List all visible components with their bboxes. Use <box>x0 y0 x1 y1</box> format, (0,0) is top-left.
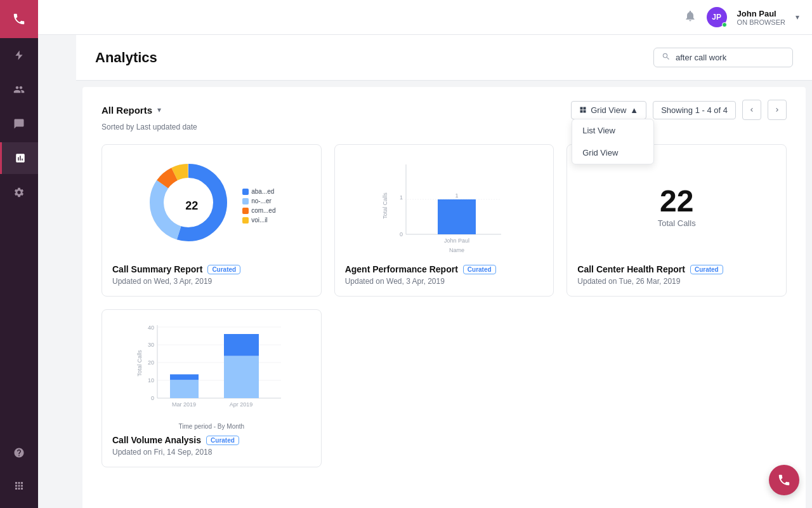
svg-text:10: 10 <box>148 377 154 384</box>
search-box[interactable] <box>653 48 793 67</box>
filter-dropdown-arrow[interactable]: ▾ <box>157 105 161 114</box>
agent-performance-title: Agent Performance Report Curated <box>345 264 544 274</box>
user-chevron-icon[interactable]: ▾ <box>796 13 799 22</box>
curated-badge: Curated <box>463 265 496 274</box>
svg-rect-27 <box>170 374 199 380</box>
call-summary-title: Call Summary Report Curated <box>112 264 311 274</box>
report-card-call-summary[interactable]: 22 aba...ed no-...er com.. <box>102 144 322 297</box>
call-summary-date: Updated on Wed, 3 Apr, 2019 <box>112 277 311 286</box>
svg-rect-10 <box>438 199 476 234</box>
agent-performance-chart: 0 1 1 John Paul Total Calls Name <box>345 155 544 257</box>
call-volume-title: Call Volume Analysis Curated <box>112 435 311 445</box>
agent-performance-date: Updated on Wed, 3 Apr, 2019 <box>345 277 544 286</box>
user-info: John Paul ON BROWSER <box>737 9 785 26</box>
sidebar-item-analytics[interactable] <box>0 142 38 174</box>
report-card-agent-performance[interactable]: 0 1 1 John Paul Total Calls Name <box>334 144 554 297</box>
svg-text:Apr 2019: Apr 2019 <box>230 401 253 408</box>
avatar: JP <box>707 7 727 27</box>
main-content: Analytics All Reports ▾ Grid View ▲ <box>76 35 812 508</box>
svg-text:1: 1 <box>400 194 403 201</box>
big-number-value: 22 <box>660 184 693 218</box>
grid-view-label: Grid View <box>591 105 626 115</box>
sidebar-item-contacts[interactable] <box>0 74 38 105</box>
call-center-title: Call Center Health Report Curated <box>577 264 776 274</box>
reports-header: All Reports ▾ Grid View ▲ List View Grid… <box>102 100 787 120</box>
call-center-date: Updated on Tue, 26 Mar, 2019 <box>577 277 776 286</box>
report-card-call-volume[interactable]: 0 10 20 30 40 <box>102 309 322 467</box>
content-area: All Reports ▾ Grid View ▲ List View Grid… <box>82 87 806 508</box>
sidebar-logo[interactable] <box>0 0 38 38</box>
sidebar <box>0 0 38 508</box>
legend-item-no-answer: no-...er <box>242 197 275 204</box>
svg-text:John Paul: John Paul <box>444 237 469 244</box>
legend-item-abandoned: aba...ed <box>242 188 275 195</box>
curated-badge: Curated <box>690 265 723 274</box>
svg-rect-26 <box>170 380 199 398</box>
volume-x-label: Time period - By Month <box>112 423 311 430</box>
showing-label: Showing 1 - 4 of 4 <box>653 101 736 119</box>
svg-text:0: 0 <box>400 231 403 237</box>
call-center-chart: 22 Total Calls <box>577 155 776 257</box>
svg-rect-29 <box>224 334 259 356</box>
svg-rect-28 <box>224 356 259 398</box>
svg-text:20: 20 <box>148 359 154 366</box>
list-view-option[interactable]: List View <box>572 119 653 142</box>
sidebar-item-apps[interactable] <box>0 470 38 502</box>
curated-badge: Curated <box>206 436 239 445</box>
grid-view-button[interactable]: Grid View ▲ List View Grid View <box>571 101 646 119</box>
big-number-label: Total Calls <box>658 218 696 228</box>
donut-chart: 22 <box>147 161 236 250</box>
topbar-right: JP John Paul ON BROWSER ▾ <box>684 7 799 27</box>
call-summary-chart: 22 aba...ed no-...er com.. <box>112 155 311 257</box>
view-dropdown-menu: List View Grid View <box>572 119 654 164</box>
svg-text:Total Calls: Total Calls <box>136 349 143 376</box>
reports-filter-label: All Reports <box>102 105 152 116</box>
user-status: ON BROWSER <box>737 18 785 26</box>
curated-badge: Curated <box>207 265 240 274</box>
search-input[interactable] <box>676 53 785 62</box>
grid-view-chevron: ▲ <box>630 105 638 115</box>
svg-text:30: 30 <box>148 342 154 348</box>
donut-center-value: 22 <box>185 199 198 213</box>
page-title: Analytics <box>95 50 157 66</box>
call-volume-chart: 0 10 20 30 40 <box>112 320 311 422</box>
topbar: JP John Paul ON BROWSER ▾ <box>38 0 812 35</box>
user-status-dot <box>722 22 727 27</box>
reports-grid: 22 aba...ed no-...er com.. <box>102 144 787 467</box>
sidebar-bottom <box>0 436 38 502</box>
reports-subtitle: Sorted by Last updated date <box>102 123 787 131</box>
prev-page-button[interactable] <box>742 100 761 120</box>
donut-legend: aba...ed no-...er com...ed voi...il <box>242 188 275 224</box>
phone-fab[interactable] <box>769 465 799 495</box>
svg-text:40: 40 <box>148 324 154 331</box>
sidebar-item-settings[interactable] <box>0 177 38 208</box>
svg-text:Name: Name <box>449 247 464 253</box>
legend-item-completed: com...ed <box>242 207 275 214</box>
reports-title-group: All Reports ▾ <box>102 105 161 116</box>
call-volume-date: Updated on Fri, 14 Sep, 2018 <box>112 448 311 457</box>
svg-text:Mar 2019: Mar 2019 <box>172 401 196 408</box>
svg-text:0: 0 <box>151 395 154 401</box>
svg-text:Total Calls: Total Calls <box>382 192 388 219</box>
legend-item-voicemail: voi...il <box>242 217 275 224</box>
user-name: John Paul <box>737 9 785 18</box>
notification-icon[interactable] <box>684 10 697 25</box>
sidebar-item-messages[interactable] <box>0 108 38 140</box>
page-header: Analytics <box>76 35 812 81</box>
svg-text:1: 1 <box>455 192 458 199</box>
big-number-container: 22 Total Calls <box>658 155 696 257</box>
avatar-initials: JP <box>712 13 721 22</box>
sidebar-item-lightning[interactable] <box>0 39 38 71</box>
report-card-call-center-health[interactable]: 22 Total Calls Call Center Health Report… <box>566 144 787 297</box>
search-icon <box>662 52 671 63</box>
sidebar-item-help[interactable] <box>0 437 38 469</box>
grid-view-option[interactable]: Grid View <box>572 142 653 164</box>
next-page-button[interactable] <box>768 100 787 120</box>
view-controls: Grid View ▲ List View Grid View Showing … <box>571 100 787 120</box>
